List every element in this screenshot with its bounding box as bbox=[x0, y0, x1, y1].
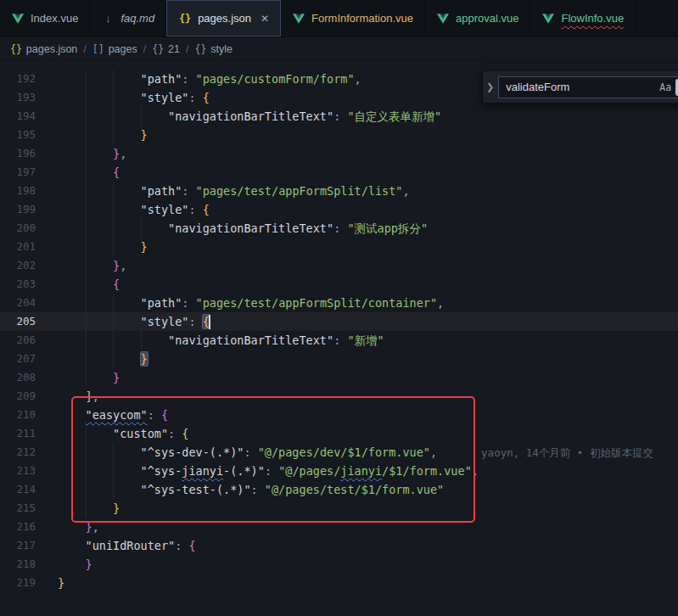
code-line[interactable]: 201 } bbox=[0, 238, 678, 256]
object-symbol-icon: {} bbox=[152, 43, 164, 55]
code-line[interactable]: 216 }, bbox=[0, 518, 678, 536]
code-token: , bbox=[430, 445, 437, 459]
code-token: } bbox=[113, 501, 120, 515]
tab-approval-vue[interactable]: approval.vue bbox=[425, 0, 530, 36]
code-line[interactable]: 194 "navigationBarTitleText": "自定义表单新增" bbox=[0, 107, 678, 126]
code-token: { bbox=[113, 277, 120, 291]
breadcrumb-separator: / bbox=[186, 43, 188, 55]
breadcrumb-item-21[interactable]: {} 21 bbox=[152, 43, 180, 55]
code-token: : bbox=[333, 333, 347, 347]
vue-icon bbox=[541, 12, 555, 25]
tab-faq-md[interactable]: ↓ faq.md bbox=[90, 0, 166, 36]
code-token: "navigationBarTitleText" bbox=[168, 333, 333, 347]
code-line[interactable]: 202 }, bbox=[0, 256, 678, 275]
markdown-icon: ↓ bbox=[101, 12, 115, 25]
line-number: 197 bbox=[0, 163, 39, 182]
code-token: "path" bbox=[141, 72, 182, 86]
json-icon: {} bbox=[178, 12, 192, 25]
line-number: 200 bbox=[0, 219, 39, 238]
code-token: } bbox=[86, 520, 92, 534]
code-token: "pages/customForm/form" bbox=[196, 72, 355, 86]
code-token: , bbox=[472, 464, 479, 478]
find-input[interactable] bbox=[506, 81, 655, 93]
find-widget: ❯ Aa ab .* bbox=[482, 71, 678, 104]
code-token: "uniIdRouter" bbox=[86, 539, 176, 552]
breadcrumb-item-pages[interactable]: [] pages bbox=[92, 43, 137, 55]
line-number: 206 bbox=[0, 331, 39, 350]
code-token: : bbox=[168, 427, 182, 440]
line-number: 211 bbox=[0, 424, 39, 443]
code-token: : bbox=[251, 483, 265, 496]
code-line[interactable]: 207 } bbox=[0, 350, 678, 368]
code-token: "自定义表单新增" bbox=[347, 109, 441, 123]
code-line[interactable]: 211 "custom": { bbox=[0, 424, 678, 443]
breadcrumb-item-style[interactable]: {} style bbox=[194, 43, 233, 55]
tab-label: FlowInfo.vue bbox=[561, 12, 624, 25]
tab-label: pages.json bbox=[198, 12, 251, 25]
code-token: } bbox=[113, 371, 120, 384]
code-line[interactable]: 198 "path": "pages/test/appFormSplit/lis… bbox=[0, 182, 678, 200]
tab-index-vue[interactable]: Index.vue bbox=[0, 0, 90, 36]
breadcrumb-item-file[interactable]: {} pages.json bbox=[10, 43, 77, 55]
code-line[interactable]: 219} bbox=[0, 574, 678, 592]
match-case-button[interactable]: Aa bbox=[657, 79, 674, 96]
code-token: "新增" bbox=[347, 333, 384, 347]
tab-label: FormInformation.vue bbox=[311, 12, 413, 25]
line-number: 203 bbox=[0, 275, 39, 294]
line-number: 192 bbox=[0, 70, 39, 88]
code-line[interactable]: 215 } bbox=[0, 499, 678, 518]
code-line[interactable]: 197 { bbox=[0, 163, 678, 182]
code-token: "style" bbox=[141, 315, 189, 328]
code-line[interactable]: 200 "navigationBarTitleText": "测试app拆分" bbox=[0, 219, 678, 238]
close-icon[interactable]: ✕ bbox=[261, 13, 269, 25]
line-number: 204 bbox=[0, 294, 39, 312]
editor-tab-bar: Index.vue ↓ faq.md {} pages.json ✕ FormI… bbox=[0, 0, 678, 37]
code-line[interactable]: 196 }, bbox=[0, 144, 678, 163]
code-line[interactable]: 210 "easycom": { bbox=[0, 406, 678, 424]
line-number: 217 bbox=[0, 536, 39, 555]
code-token: "path" bbox=[141, 184, 182, 198]
code-token: { bbox=[188, 539, 195, 552]
code-line[interactable]: 199 "style": { bbox=[0, 200, 678, 219]
line-number: 201 bbox=[0, 238, 39, 256]
line-number: 193 bbox=[0, 88, 39, 107]
code-line[interactable]: 209 ], bbox=[0, 387, 678, 406]
code-token: } bbox=[141, 128, 148, 142]
code-line[interactable]: 204 "path": "pages/test/appFormSplit/con… bbox=[0, 294, 678, 312]
line-number: 215 bbox=[0, 499, 39, 518]
code-line[interactable]: 217 "uniIdRouter": { bbox=[0, 536, 678, 555]
editor-area[interactable]: 192 "path": "pages/customForm/form",193 … bbox=[0, 61, 678, 616]
code-token: "pages/test/appFormSplit/list" bbox=[196, 184, 403, 198]
line-number: 194 bbox=[0, 107, 39, 126]
breadcrumb-label: style bbox=[210, 43, 233, 55]
code-line[interactable]: 214 "^sys-test-(.*)": "@/pages/test/$1/f… bbox=[0, 480, 678, 499]
tab-pages-json[interactable]: {} pages.json ✕ bbox=[166, 0, 281, 36]
code-token: "easycom" bbox=[86, 408, 148, 422]
code-token: "^sys-test-(.*)" bbox=[141, 483, 251, 496]
breadcrumb-separator: / bbox=[143, 43, 146, 55]
code-line[interactable]: 213 "^sys-jianyi-(.*)": "@/pages/jianyi/… bbox=[0, 462, 678, 480]
breadcrumb-label: pages.json bbox=[26, 43, 77, 55]
git-blame-annotation: yaoyn, 14个月前 • 初始版本提交 bbox=[481, 446, 653, 459]
code-line[interactable]: 206 "navigationBarTitleText": "新增" bbox=[0, 331, 678, 350]
code-line[interactable]: 212 "^sys-dev-(.*)": "@/pages/dev/$1/for… bbox=[0, 443, 678, 462]
line-number: 198 bbox=[0, 182, 39, 200]
line-number: 205 bbox=[0, 312, 39, 331]
code-token: : bbox=[182, 72, 195, 86]
code-line[interactable]: 208 } bbox=[0, 368, 678, 387]
tab-label: faq.md bbox=[120, 12, 154, 25]
line-number: 196 bbox=[0, 144, 39, 163]
toggle-replace-chevron-icon[interactable]: ❯ bbox=[486, 81, 494, 92]
json-file-icon: {} bbox=[10, 43, 22, 55]
tab-flowinfo-vue[interactable]: FlowInfo.vue bbox=[530, 0, 636, 36]
code-token: } bbox=[113, 259, 120, 272]
code-token: : bbox=[175, 539, 188, 552]
code-token: , bbox=[120, 147, 126, 160]
tab-forminformation-vue[interactable]: FormInformation.vue bbox=[281, 0, 425, 36]
code-token: "@/pages/test/$1/form.vue" bbox=[265, 483, 444, 496]
code-line[interactable]: 205 "style": { bbox=[0, 312, 678, 331]
vue-icon bbox=[436, 12, 450, 25]
code-line[interactable]: 218 } bbox=[0, 555, 678, 574]
code-line[interactable]: 195 } bbox=[0, 126, 678, 144]
code-line[interactable]: 203 { bbox=[0, 275, 678, 294]
